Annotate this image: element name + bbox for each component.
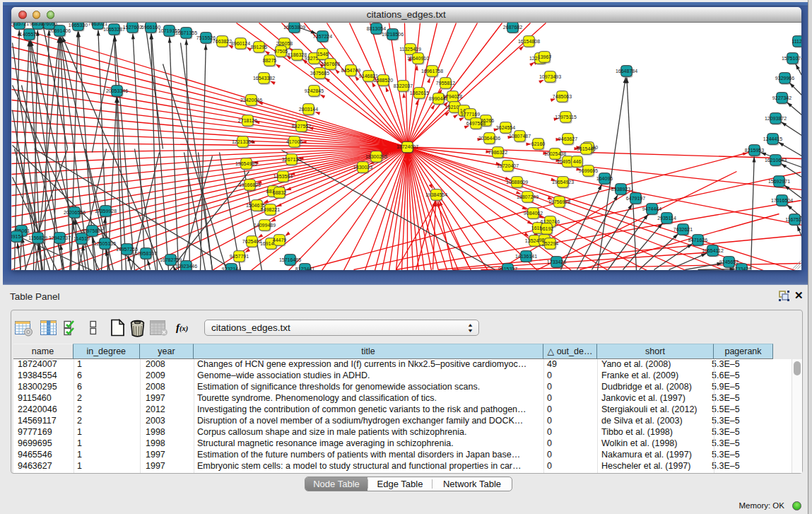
svg-text:8123441: 8123441 <box>295 266 314 270</box>
svg-text:9227342: 9227342 <box>772 95 791 100</box>
svg-text:14099489: 14099489 <box>253 222 275 227</box>
svg-text:1733426: 1733426 <box>546 259 565 264</box>
svg-text:18300295: 18300295 <box>365 153 387 158</box>
svg-text:12213369: 12213369 <box>231 139 253 144</box>
svg-text:7485063: 7485063 <box>552 93 571 98</box>
svg-text:62160: 62160 <box>531 141 545 146</box>
svg-text:10025438: 10025438 <box>543 151 565 156</box>
svg-text:8427552: 8427552 <box>291 123 310 128</box>
svg-text:3675685: 3675685 <box>310 70 329 75</box>
svg-text:8960124: 8960124 <box>230 40 249 45</box>
svg-text:12923446: 12923446 <box>175 263 196 268</box>
svg-text:7986322: 7986322 <box>488 149 507 154</box>
svg-text:17359928: 17359928 <box>94 208 116 213</box>
svg-text:10973493: 10973493 <box>539 74 560 78</box>
svg-text:3267130: 3267130 <box>281 156 300 161</box>
svg-text:18724007: 18724007 <box>396 144 418 149</box>
svg-text:7663021: 7663021 <box>88 23 107 26</box>
svg-text:10653287: 10653287 <box>102 26 124 31</box>
svg-text:19654923: 19654923 <box>551 179 573 184</box>
svg-text:8471626: 8471626 <box>688 237 707 242</box>
svg-text:19218506: 19218506 <box>381 31 403 36</box>
svg-text:8454749: 8454749 <box>341 67 360 72</box>
svg-text:93975887: 93975887 <box>81 228 102 233</box>
svg-text:68832: 68832 <box>272 189 286 194</box>
svg-text:1167533: 1167533 <box>785 216 801 221</box>
svg-text:7955812: 7955812 <box>435 80 454 85</box>
svg-text:1830023: 1830023 <box>353 164 372 169</box>
svg-text:13967: 13967 <box>537 54 551 59</box>
svg-text:16543382: 16543382 <box>252 75 274 80</box>
svg-text:1527602: 1527602 <box>122 24 141 29</box>
svg-text:2803144: 2803144 <box>298 106 317 111</box>
svg-text:6497568: 6497568 <box>466 120 485 125</box>
svg-text:20364436: 20364436 <box>478 135 500 140</box>
svg-text:12942737: 12942737 <box>48 235 70 240</box>
svg-text:11325419: 11325419 <box>399 46 421 51</box>
svg-text:10688609: 10688609 <box>505 179 527 184</box>
svg-text:7632621: 7632621 <box>673 226 692 231</box>
svg-text:446: 446 <box>572 158 581 163</box>
svg-text:9699695: 9699695 <box>578 168 597 173</box>
svg-text:9245652: 9245652 <box>719 259 738 264</box>
svg-text:114519: 114519 <box>73 235 90 240</box>
svg-text:9242845: 9242845 <box>304 88 323 93</box>
svg-text:19166825: 19166825 <box>238 182 260 187</box>
svg-text:12505135: 12505135 <box>93 240 115 245</box>
svg-text:1405571: 1405571 <box>19 31 38 36</box>
svg-text:9329966: 9329966 <box>775 75 794 80</box>
svg-text:1353594: 1353594 <box>273 173 292 178</box>
svg-text:9457791: 9457791 <box>229 253 248 258</box>
svg-text:891295: 891295 <box>250 44 266 49</box>
svg-text:16648784: 16648784 <box>615 68 637 73</box>
svg-text:18640910: 18640910 <box>406 55 428 60</box>
svg-text:9084062: 9084062 <box>523 210 542 215</box>
svg-text:9615440: 9615440 <box>576 146 595 151</box>
svg-text:88275: 88275 <box>262 57 276 62</box>
svg-text:2367608: 2367608 <box>320 61 339 66</box>
svg-text:1733426: 1733426 <box>731 266 751 270</box>
svg-text:9474444: 9474444 <box>642 206 661 211</box>
svg-text:1065330: 1065330 <box>68 23 87 28</box>
svg-text:10807487: 10807487 <box>508 133 530 138</box>
svg-text:1362615: 1362615 <box>409 90 428 95</box>
svg-text:16782759: 16782759 <box>159 257 181 262</box>
svg-text:15751074: 15751074 <box>781 55 801 60</box>
svg-text:97505: 97505 <box>273 48 288 53</box>
svg-text:16210643: 16210643 <box>764 157 786 162</box>
svg-text:2718126: 2718126 <box>237 117 257 122</box>
svg-text:2687682: 2687682 <box>502 24 522 29</box>
svg-text:1588520: 1588520 <box>373 77 392 82</box>
svg-text:8215953: 8215953 <box>744 147 763 152</box>
svg-text:15720407: 15720407 <box>496 163 518 168</box>
svg-text:9232144: 9232144 <box>221 266 240 270</box>
svg-text:20691406: 20691406 <box>48 28 70 33</box>
svg-text:12093872: 12093872 <box>764 115 786 120</box>
svg-text:417006: 417006 <box>286 139 302 144</box>
svg-text:3624554: 3624554 <box>495 124 514 129</box>
svg-text:10958107: 10958107 <box>134 250 156 255</box>
svg-text:8813054: 8813054 <box>366 25 385 30</box>
svg-text:17016504: 17016504 <box>770 197 792 202</box>
svg-text:14136141: 14136141 <box>514 253 536 258</box>
svg-text:9463627: 9463627 <box>558 136 577 141</box>
svg-text:1244415: 1244415 <box>763 136 782 141</box>
svg-text:11125: 11125 <box>792 38 801 43</box>
svg-text:15692971: 15692971 <box>767 178 789 183</box>
svg-text:96192: 96192 <box>539 226 553 230</box>
svg-text:20053346: 20053346 <box>105 88 127 93</box>
svg-text:9794028: 9794028 <box>442 93 461 98</box>
svg-text:5498221: 5498221 <box>260 206 279 211</box>
svg-text:226058: 226058 <box>276 40 292 45</box>
svg-text:16053809: 16053809 <box>283 24 305 29</box>
svg-text:8938923: 8938923 <box>611 186 630 191</box>
svg-text:7625402: 7625402 <box>242 238 261 243</box>
svg-text:19756928: 19756928 <box>548 199 570 204</box>
svg-text:6479197: 6479197 <box>625 195 645 200</box>
svg-text:9777169: 9777169 <box>460 111 479 116</box>
svg-text:18807249: 18807249 <box>516 194 538 199</box>
svg-text:15716485: 15716485 <box>278 257 300 262</box>
svg-text:16961758: 16961758 <box>420 68 442 73</box>
svg-text:1546: 1546 <box>317 51 328 56</box>
svg-text:20206536: 20206536 <box>63 209 85 214</box>
